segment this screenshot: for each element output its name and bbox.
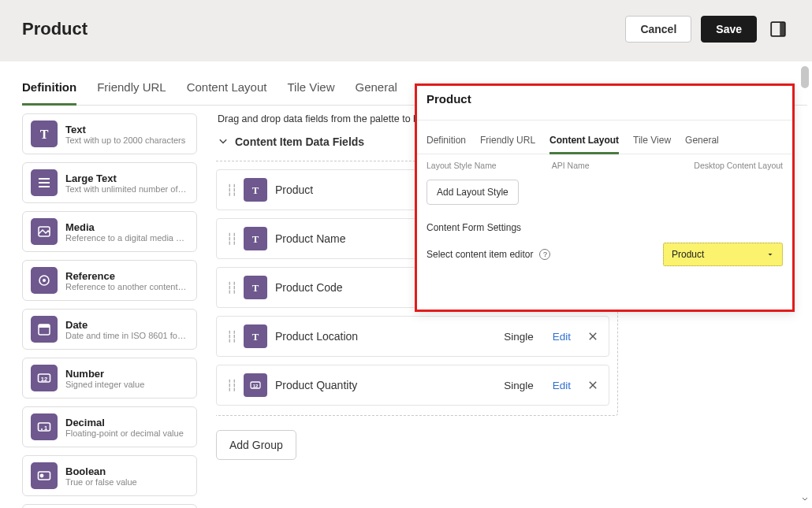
palette-date[interactable]: Date Date and time in ISO 8601 format	[22, 309, 197, 350]
palette-item-name: Decimal	[65, 417, 184, 428]
save-button[interactable]: Save	[701, 16, 757, 43]
text-icon	[244, 276, 267, 299]
text-icon	[244, 227, 267, 250]
page-title: Product	[22, 19, 88, 39]
grip-icon[interactable]: ┆┆	[226, 281, 236, 294]
palette-item-desc: Signed integer value	[65, 380, 144, 389]
target-icon	[31, 267, 58, 294]
tab-definition[interactable]: Definition	[22, 80, 76, 106]
tab-friendly-url[interactable]: Friendly URL	[97, 80, 166, 105]
text-icon	[31, 121, 58, 147]
field-name: Product Location	[275, 330, 496, 343]
form-settings-label: Content Form Settings	[417, 216, 792, 235]
add-layout-style-button[interactable]: Add Layout Style	[426, 180, 519, 205]
scroll-arrow-down-icon[interactable]	[799, 494, 810, 505]
field-name: Product Quantity	[275, 379, 496, 391]
palette-item-desc: Date and time in ISO 8601 format	[65, 331, 188, 340]
chevron-down-icon	[766, 250, 774, 258]
select-editor-text: Select content item editor	[426, 249, 533, 260]
scroll-thumb[interactable]	[801, 66, 809, 88]
section-title: Content Item Data Fields	[235, 135, 364, 148]
palette-item-name: Boolean	[65, 465, 137, 477]
tab-content-layout[interactable]: Content Layout	[187, 80, 267, 105]
chevron-down-icon	[218, 136, 229, 147]
palette-item-desc: Reference to another content item	[65, 282, 188, 291]
palette-item-desc: Reference to a digital media asset	[65, 233, 188, 243]
text-icon	[244, 324, 267, 348]
co-tab-content-layout[interactable]: Content Layout	[549, 135, 619, 154]
field-row[interactable]: ┆┆ Product Quantity Single Edit	[216, 365, 609, 406]
help-icon[interactable]: ?	[539, 249, 550, 260]
callout-columns: Layout Style Name API Name Desktop Conte…	[417, 154, 792, 172]
header-bar: Product Cancel Save	[0, 0, 812, 61]
col-desktop: Desktop Content Layout	[694, 161, 783, 170]
callout-tabs: Definition Friendly URL Content Layout T…	[417, 121, 792, 154]
field-type: Single	[504, 331, 534, 343]
palette-media[interactable]: Media Reference to a digital media asset	[22, 211, 197, 252]
palette-decimal[interactable]: Decimal Floating-point or decimal value	[22, 406, 197, 447]
callout-title: Product	[417, 86, 792, 121]
tab-tile-view[interactable]: Tile View	[287, 80, 334, 105]
co-tab-tile-view[interactable]: Tile View	[633, 135, 671, 154]
palette-item-name: Reference	[65, 270, 188, 282]
co-tab-definition[interactable]: Definition	[426, 135, 466, 154]
edit-link[interactable]: Edit	[553, 380, 571, 391]
text-icon	[244, 178, 267, 202]
lines-icon	[31, 169, 58, 196]
remove-field-button[interactable]	[587, 330, 599, 343]
palette-item-name: Media	[65, 221, 188, 233]
callout-overlay: Product Definition Friendly URL Content …	[415, 83, 795, 312]
grip-icon[interactable]: ┆┆	[226, 379, 236, 391]
remove-field-button[interactable]	[587, 379, 599, 391]
palette-number[interactable]: Number Signed integer value	[22, 358, 197, 399]
palette-item-desc: Text with up to 2000 characters	[65, 135, 185, 145]
editor-select-value: Product	[672, 249, 704, 260]
palette-embedded[interactable]: Embedded Content JSON formatted data	[22, 504, 197, 508]
grip-icon[interactable]: ┆┆	[226, 330, 236, 343]
grip-icon[interactable]: ┆┆	[226, 232, 236, 245]
palette-reference[interactable]: Reference Reference to another content i…	[22, 260, 197, 301]
palette-boolean[interactable]: Boolean True or false value	[22, 455, 197, 496]
number-icon	[31, 365, 58, 391]
header-actions: Cancel Save	[625, 16, 790, 43]
field-type: Single	[504, 380, 534, 391]
tab-general[interactable]: General	[355, 80, 397, 105]
add-group-button[interactable]: Add Group	[216, 430, 296, 460]
palette-item-name: Text	[65, 124, 185, 135]
number-icon	[244, 373, 267, 397]
palette-text[interactable]: Text Text with up to 2000 characters	[22, 113, 197, 154]
boolean-icon	[31, 462, 58, 489]
palette-item-name: Number	[65, 368, 144, 380]
col-api-name: API Name	[552, 161, 590, 170]
col-layout-style: Layout Style Name	[426, 161, 497, 170]
calendar-icon	[31, 316, 58, 343]
palette-item-name: Large Text	[65, 172, 188, 184]
co-tab-friendly-url[interactable]: Friendly URL	[480, 135, 535, 154]
palette-item-name: Date	[65, 319, 188, 331]
select-editor-label: Select content item editor ?	[426, 249, 550, 260]
palette-large-text[interactable]: Large Text Text with unlimited number of…	[22, 162, 197, 203]
grip-icon[interactable]: ┆┆	[226, 184, 236, 196]
palette: Text Text with up to 2000 characters Lar…	[22, 113, 197, 508]
decimal-icon	[31, 413, 58, 440]
palette-item-desc: Floating-point or decimal value	[65, 428, 184, 438]
editor-select[interactable]: Product	[663, 243, 783, 266]
co-tab-general[interactable]: General	[685, 135, 719, 154]
palette-item-desc: True or false value	[65, 477, 137, 487]
media-icon	[31, 218, 58, 245]
edit-link[interactable]: Edit	[553, 331, 571, 343]
cancel-button[interactable]: Cancel	[625, 16, 691, 43]
field-row[interactable]: ┆┆ Product Location Single Edit	[216, 316, 609, 357]
panel-toggle-icon[interactable]	[766, 17, 790, 41]
select-editor-row: Select content item editor ? Product	[417, 235, 792, 266]
scrollbar[interactable]	[799, 66, 810, 505]
palette-item-desc: Text with unlimited number of cha...	[65, 184, 188, 194]
